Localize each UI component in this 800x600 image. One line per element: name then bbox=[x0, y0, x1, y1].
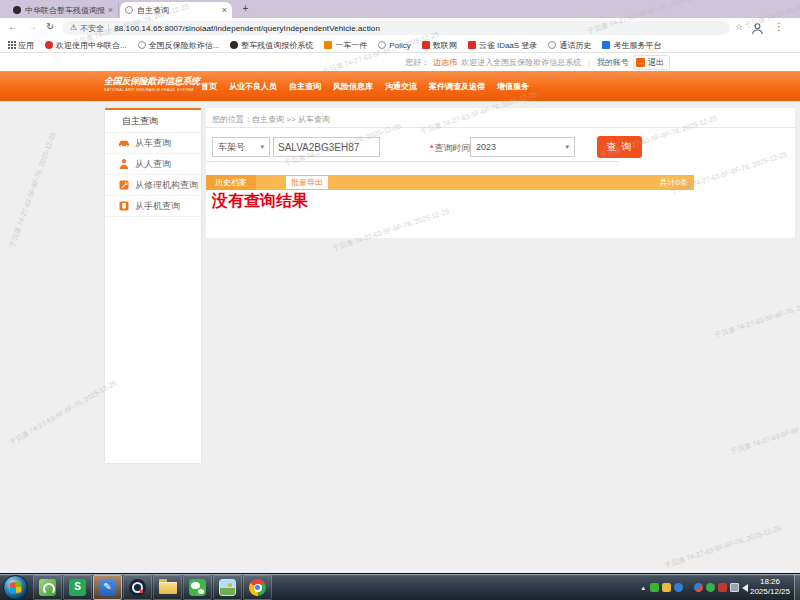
sidebar-item-label: 从修理机构查询 bbox=[135, 179, 198, 192]
show-desktop-button[interactable] bbox=[794, 574, 800, 600]
taskbar-app-photo-viewer[interactable] bbox=[213, 575, 242, 600]
windows-taskbar: ▴ 18:26 2025/12/25 bbox=[0, 573, 800, 600]
folder-icon bbox=[159, 582, 177, 594]
tray-icon-messenger[interactable] bbox=[650, 583, 659, 592]
taskbar-clock[interactable]: 18:26 2025/12/25 bbox=[748, 577, 792, 597]
tab-close-icon[interactable]: × bbox=[108, 5, 113, 15]
bookmark-item[interactable]: Policy bbox=[378, 41, 410, 50]
taskbar-app-chrome[interactable] bbox=[243, 575, 272, 600]
sidebar-item-person-query[interactable]: 从人查询 bbox=[105, 154, 201, 175]
forward-icon[interactable]: → bbox=[27, 21, 37, 32]
url-text: 88.100.14.65:8007/sinoiaaf/independent/q… bbox=[114, 24, 380, 33]
query-button[interactable]: 查 询 bbox=[597, 136, 642, 158]
logout-button[interactable]: → 退出 bbox=[633, 55, 670, 70]
globe-icon bbox=[548, 41, 556, 49]
address-bar[interactable]: ⚠ 不安全 88.100.14.65:8007/sinoiaaf/indepen… bbox=[62, 21, 730, 35]
bookmark-item[interactable]: 云雀 IDaaS 登录 bbox=[468, 40, 538, 51]
breadcrumb: 您的位置：自主查询 >> 从车查询 bbox=[212, 114, 330, 125]
bookmark-favicon-icon bbox=[324, 41, 332, 49]
taskbar-app-s[interactable] bbox=[63, 575, 92, 600]
tab-close-icon[interactable]: × bbox=[222, 5, 227, 15]
bookmark-favicon-icon bbox=[45, 41, 53, 49]
main-banner: 全国反保险欺诈信息系统 NATIONAL ANTI INSURANCE FRAU… bbox=[0, 71, 800, 101]
nav-item-bad-practitioners[interactable]: 从业不良人员 bbox=[229, 81, 277, 92]
bookmark-item[interactable]: 通话历史 bbox=[548, 40, 591, 51]
bookmark-item[interactable]: 考生服务平台 bbox=[602, 40, 661, 51]
browser-toolbar: ← → ↻ ⚠ 不安全 88.100.14.65:8007/sinoiaaf/i… bbox=[0, 18, 800, 38]
s-app-icon bbox=[69, 579, 86, 596]
browser-tab-1[interactable]: 中华联合整车残值询报价公共平 × bbox=[8, 2, 119, 18]
logout-arrow-icon: → bbox=[636, 58, 645, 67]
watermark-text: 于贝康 74-27-63-5F-6F-76, 2025-12-25 bbox=[7, 131, 58, 249]
main-nav: 首页 从业不良人员 自主查询 风险信息库 沟通交流 案件调查及追偿 增值服务 bbox=[201, 71, 529, 101]
vin-input[interactable] bbox=[273, 137, 380, 157]
nav-item-home[interactable]: 首页 bbox=[201, 81, 217, 92]
bookmark-favicon-icon bbox=[230, 41, 238, 49]
batch-export-button[interactable]: 批量导出 bbox=[286, 176, 328, 189]
results-header-bar: 历史档案 批量导出 共计0条 bbox=[206, 175, 694, 190]
bookmark-favicon-icon bbox=[422, 41, 430, 49]
network-icon[interactable] bbox=[730, 583, 739, 592]
watermark-text: 于贝康 74-27-63-5F-6F-76, 2025-12-25 bbox=[713, 293, 800, 340]
taskbar-app-file-explorer[interactable] bbox=[153, 575, 182, 600]
logo-subtitle: NATIONAL ANTI INSURANCE FRAUD SYSTEM bbox=[104, 88, 194, 92]
sidebar-item-label: 从车查询 bbox=[135, 137, 171, 150]
tray-icon-red[interactable] bbox=[718, 583, 727, 592]
apps-grid-icon[interactable] bbox=[8, 41, 10, 43]
reload-icon[interactable]: ↻ bbox=[46, 21, 54, 32]
start-button[interactable] bbox=[3, 575, 28, 600]
browser-tab-bar: 中华联合整车残值询报价公共平 × 自主查询 × + bbox=[0, 0, 800, 18]
sidebar-title: 自主查询 bbox=[105, 110, 201, 133]
field-type-select[interactable]: 车架号 ▾ bbox=[212, 137, 270, 157]
nav-item-risk-info[interactable]: 风险信息库 bbox=[333, 81, 373, 92]
greeting-label: 您好： bbox=[405, 57, 429, 68]
user-info-area: 您好： 边志伟 欢迎进入全国反保险欺诈信息系统 ｜ 我的账号 → 退出 bbox=[405, 53, 670, 71]
nav-item-value-added[interactable]: 增值服务 bbox=[497, 81, 529, 92]
mobile-phone-icon bbox=[118, 200, 130, 212]
nav-item-communication[interactable]: 沟通交流 bbox=[385, 81, 417, 92]
history-archive-tab[interactable]: 历史档案 bbox=[206, 175, 256, 190]
chevron-down-icon: ▾ bbox=[260, 143, 264, 151]
watermark-text: 于贝康 74-27-63-5F-6F-76, 2025-12-25 bbox=[729, 409, 800, 456]
sidebar-item-mobile-query[interactable]: 从手机查询 bbox=[105, 196, 201, 217]
tray-icon-green[interactable] bbox=[706, 583, 715, 592]
new-tab-button[interactable]: + bbox=[239, 3, 252, 16]
nav-item-self-query[interactable]: 自主查询 bbox=[289, 81, 321, 92]
sidebar-item-label: 从人查询 bbox=[135, 158, 171, 171]
taskbar-app-notes-active[interactable] bbox=[93, 575, 122, 600]
watermark-text: 于贝康 74-27-63-5F-6F-76, 2025-12-25 bbox=[8, 378, 118, 448]
bookmark-star-icon[interactable]: ☆ bbox=[735, 22, 743, 32]
sidebar-item-vehicle-query[interactable]: 从车查询 bbox=[105, 133, 201, 154]
taskbar-apps bbox=[33, 574, 272, 600]
clock-time: 18:26 bbox=[748, 577, 792, 587]
profile-icon[interactable] bbox=[751, 21, 764, 39]
my-account-link[interactable]: 我的账号 bbox=[597, 57, 629, 68]
header-separator: ｜ bbox=[585, 57, 593, 68]
tray-icon-gold[interactable] bbox=[662, 583, 671, 592]
tray-icon-blue[interactable] bbox=[674, 583, 683, 592]
taskbar-app-search-tool[interactable] bbox=[123, 575, 152, 600]
tray-icon-compass[interactable] bbox=[694, 583, 703, 592]
tab-title: 自主查询 bbox=[137, 5, 219, 16]
username: 边志伟 bbox=[433, 57, 457, 68]
hidden-icons-arrow[interactable]: ▴ bbox=[641, 584, 645, 592]
bookmark-item[interactable]: 欢迎使用中华联合... bbox=[45, 40, 127, 51]
browser-menu-icon[interactable]: ⋮ bbox=[774, 21, 784, 32]
site-header: 您好： 边志伟 欢迎进入全国反保险欺诈信息系统 ｜ 我的账号 → 退出 bbox=[0, 53, 800, 71]
bookmark-item[interactable]: 整车残值询报价系统 bbox=[230, 40, 313, 51]
browser-tab-2-active[interactable]: 自主查询 × bbox=[120, 2, 232, 18]
photos-icon bbox=[219, 579, 236, 596]
back-icon[interactable]: ← bbox=[8, 21, 18, 32]
logout-label: 退出 bbox=[648, 57, 664, 68]
field-type-value: 车架号 bbox=[218, 141, 245, 154]
query-time-select[interactable]: 2023 ▾ bbox=[470, 137, 575, 157]
taskbar-app-wechat[interactable] bbox=[183, 575, 212, 600]
sidebar-item-repair-shop-query[interactable]: 从修理机构查询 bbox=[105, 175, 201, 196]
taskbar-app-antivirus[interactable] bbox=[33, 575, 62, 600]
globe-icon bbox=[138, 41, 146, 49]
bookmark-item[interactable]: 全国反保险欺诈信... bbox=[138, 40, 220, 51]
apps-label[interactable]: 应用 bbox=[18, 40, 34, 51]
bookmark-item[interactable]: 一车一件 bbox=[324, 40, 367, 51]
nav-item-case-investigation[interactable]: 案件调查及追偿 bbox=[429, 81, 485, 92]
bookmark-item[interactable]: 数联网 bbox=[422, 40, 457, 51]
